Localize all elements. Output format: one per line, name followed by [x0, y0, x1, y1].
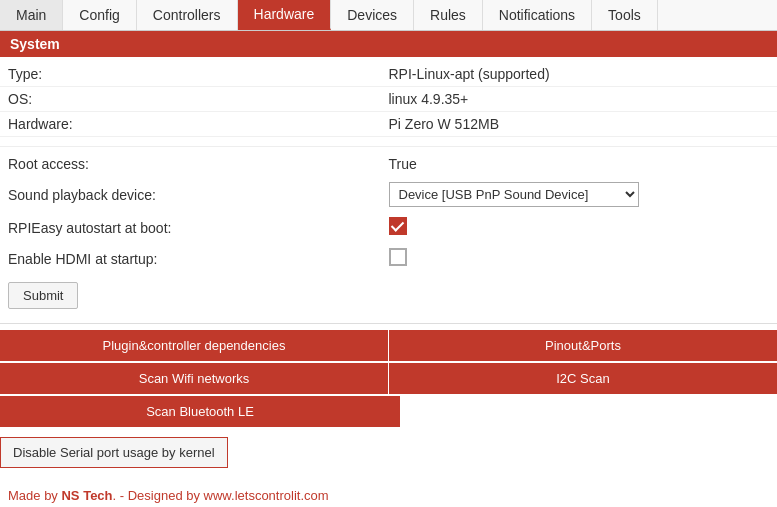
main-nav: Main Config Controllers Hardware Devices…: [0, 0, 777, 31]
nav-tools[interactable]: Tools: [592, 0, 658, 30]
submit-button[interactable]: Submit: [8, 282, 78, 309]
nav-controllers[interactable]: Controllers: [137, 0, 238, 30]
hdmi-row: Enable HDMI at startup:: [0, 243, 777, 274]
scan-bluetooth-button[interactable]: Scan Bluetooth LE: [0, 396, 400, 427]
nav-hardware[interactable]: Hardware: [238, 0, 332, 30]
root-access-label: Root access:: [8, 156, 389, 172]
autostart-row: RPIEasy autostart at boot:: [0, 212, 777, 243]
nav-config[interactable]: Config: [63, 0, 136, 30]
hardware-value: Pi Zero W 512MB: [389, 116, 770, 132]
type-value: RPI-Linux-apt (supported): [389, 66, 770, 82]
nav-notifications[interactable]: Notifications: [483, 0, 592, 30]
type-label: Type:: [8, 66, 389, 82]
os-label: OS:: [8, 91, 389, 107]
hdmi-label: Enable HDMI at startup:: [8, 251, 389, 267]
autostart-label: RPIEasy autostart at boot:: [8, 220, 389, 236]
system-info-table: Type: RPI-Linux-apt (supported) OS: linu…: [0, 57, 777, 142]
os-row: OS: linux 4.9.35+: [0, 87, 777, 112]
footer: Made by NS Tech. - Designed by www.letsc…: [0, 480, 777, 507]
action-row-1: Plugin&controller dependencies Pinout&Po…: [0, 330, 777, 361]
nav-main[interactable]: Main: [0, 0, 63, 30]
action-row-2: Scan Wifi networks I2C Scan: [0, 363, 777, 394]
disable-serial-button[interactable]: Disable Serial port usage by kernel: [0, 437, 228, 468]
sound-select-wrapper: Device [USB PnP Sound Device] Device [bc…: [389, 182, 770, 207]
root-access-value: True: [389, 156, 770, 172]
sound-label: Sound playback device:: [8, 187, 389, 203]
i2c-scan-button[interactable]: I2C Scan: [389, 363, 777, 394]
sound-row: Sound playback device: Device [USB PnP S…: [0, 177, 777, 212]
pinout-ports-button[interactable]: Pinout&Ports: [389, 330, 777, 361]
plugin-deps-button[interactable]: Plugin&controller dependencies: [0, 330, 388, 361]
os-value: linux 4.9.35+: [389, 91, 770, 107]
submit-area: Submit: [0, 274, 777, 317]
autostart-checkbox[interactable]: [389, 217, 407, 235]
footer-ns-tech: NS Tech: [61, 488, 112, 503]
root-access-row: Root access: True: [0, 151, 777, 177]
nav-rules[interactable]: Rules: [414, 0, 483, 30]
hdmi-value: [389, 248, 770, 269]
action-row-3: Scan Bluetooth LE: [0, 396, 777, 427]
nav-devices[interactable]: Devices: [331, 0, 414, 30]
type-row: Type: RPI-Linux-apt (supported): [0, 62, 777, 87]
footer-website-link[interactable]: www.letscontrolit.com: [204, 488, 329, 503]
sound-select[interactable]: Device [USB PnP Sound Device] Device [bc…: [389, 182, 639, 207]
autostart-value: [389, 217, 770, 238]
hardware-row: Hardware: Pi Zero W 512MB: [0, 112, 777, 137]
footer-made-by: Made by: [8, 488, 61, 503]
scan-wifi-button[interactable]: Scan Wifi networks: [0, 363, 388, 394]
footer-designed-by: . - Designed by: [113, 488, 204, 503]
hdmi-checkbox[interactable]: [389, 248, 407, 266]
disable-serial-area: Disable Serial port usage by kernel: [0, 429, 777, 476]
system-header: System: [0, 31, 777, 57]
hardware-label: Hardware:: [8, 116, 389, 132]
